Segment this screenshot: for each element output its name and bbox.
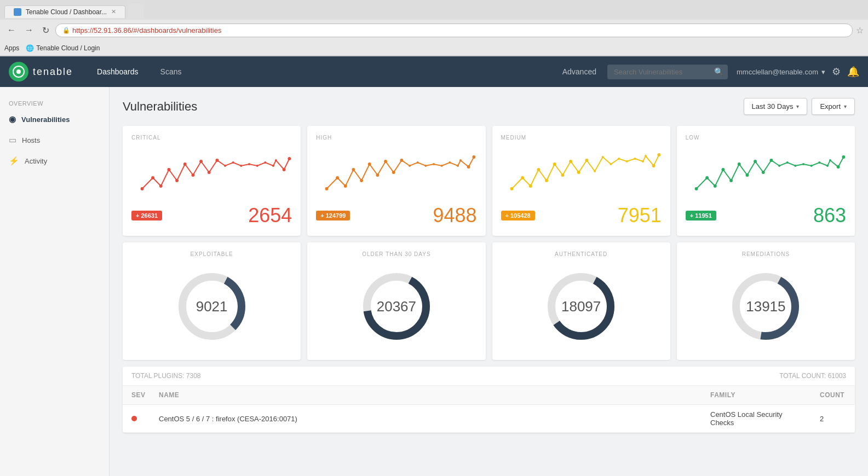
low-number: 863 xyxy=(813,204,846,227)
svg-point-45 xyxy=(537,168,540,171)
medium-label: MEDIUM xyxy=(501,135,662,141)
svg-point-28 xyxy=(376,173,380,177)
tab-bar: Tenable Cloud / Dashboar... ✕ xyxy=(0,0,868,20)
table-meta: TOTAL PLUGINS: 7308 TOTAL COUNT: 61003 xyxy=(123,367,855,386)
svg-point-32 xyxy=(409,165,411,167)
bookmark-star[interactable]: ☆ xyxy=(856,25,864,36)
svg-point-52 xyxy=(594,170,596,172)
svg-point-34 xyxy=(425,165,427,167)
medium-footer: + 105428 7951 xyxy=(501,204,662,227)
svg-point-60 xyxy=(652,164,655,167)
high-card: HIGH xyxy=(307,126,485,236)
tenable-login-link[interactable]: 🌐 Tenable Cloud / Login xyxy=(26,44,100,52)
export-btn[interactable]: Export ▾ xyxy=(812,98,855,115)
sidebar-item-vulnerabilities[interactable]: ◉ Vulnerabilities xyxy=(0,109,109,130)
svg-point-12 xyxy=(224,165,226,167)
svg-point-11 xyxy=(215,159,219,162)
svg-point-38 xyxy=(457,165,459,167)
low-badge: + 11951 xyxy=(686,211,716,220)
svg-point-8 xyxy=(191,173,194,177)
address-bar-row: ← → ↻ 🔒 https://52.91.36.86/#/dashboards… xyxy=(0,20,868,40)
critical-badge: + 26631 xyxy=(131,211,162,220)
exploitable-donut: 9021 xyxy=(174,268,250,345)
sidebar-item-hosts[interactable]: ▭ Hosts xyxy=(0,130,109,150)
total-plugins: TOTAL PLUGINS: 7308 xyxy=(131,372,201,380)
new-tab-btn[interactable] xyxy=(128,4,144,19)
high-footer: + 124799 9488 xyxy=(316,204,476,227)
critical-chart xyxy=(131,145,292,200)
reload-btn[interactable]: ↻ xyxy=(39,24,52,37)
nav-advanced[interactable]: Advanced xyxy=(551,56,607,87)
svg-point-53 xyxy=(601,156,603,158)
table-row[interactable]: CentOS 5 / 6 / 7 : firefox (CESA-2016:00… xyxy=(123,405,855,433)
remediations-donut: 13915 xyxy=(727,268,804,345)
username: mmcclellan@tenable.com xyxy=(737,68,818,76)
svg-point-41 xyxy=(473,155,476,159)
svg-point-68 xyxy=(745,173,749,177)
time-filter-label: Last 30 Days xyxy=(752,102,794,111)
svg-point-22 xyxy=(325,187,329,190)
search-input[interactable] xyxy=(607,65,728,79)
main-content: Vulnerabilities Last 30 Days ▾ Export ▾ … xyxy=(110,87,868,476)
search-icon: 🔍 xyxy=(714,67,723,76)
authenticated-number: 18097 xyxy=(561,298,601,315)
notifications-icon[interactable]: 🔔 xyxy=(847,66,859,78)
authenticated-donut: 18097 xyxy=(543,268,619,345)
svg-point-19 xyxy=(275,159,277,161)
user-caret: ▾ xyxy=(821,68,825,76)
logo-icon xyxy=(9,62,28,82)
older30-number: 20367 xyxy=(377,298,416,315)
export-caret: ▾ xyxy=(844,103,847,109)
svg-point-25 xyxy=(352,168,355,171)
low-card: LOW xyxy=(677,126,855,236)
sidebar-label-vulnerabilities: Vulnerabilities xyxy=(21,115,70,124)
app-navbar: tenable Dashboards Scans Advanced 🔍 mmcc… xyxy=(0,56,868,87)
low-label: LOW xyxy=(686,135,846,141)
user-menu[interactable]: mmcclellan@tenable.com ▾ xyxy=(737,68,825,76)
svg-point-58 xyxy=(642,160,644,162)
url-text: https://52.91.36.86/#/dashboards/vulnera… xyxy=(72,26,221,34)
remediations-card: REMEDIATIONS 13915 xyxy=(677,242,855,360)
exploitable-card: EXPLOITABLE 9021 xyxy=(123,242,301,360)
nav-scans[interactable]: Scans xyxy=(150,56,193,87)
browser-tab[interactable]: Tenable Cloud / Dashboar... ✕ xyxy=(4,5,125,18)
svg-point-27 xyxy=(368,162,371,166)
page-title: Vulnerabilities xyxy=(123,100,197,114)
tab-close[interactable]: ✕ xyxy=(111,8,116,15)
svg-point-65 xyxy=(721,168,725,171)
svg-point-23 xyxy=(336,176,339,179)
low-chart xyxy=(686,145,846,200)
svg-point-10 xyxy=(208,171,211,174)
high-chart xyxy=(316,145,476,200)
ssl-icon: 🔒 xyxy=(62,27,70,34)
svg-point-36 xyxy=(441,165,443,167)
tenable-favicon: 🌐 xyxy=(26,44,34,52)
svg-point-62 xyxy=(694,187,698,190)
svg-point-54 xyxy=(610,163,612,165)
export-label: Export xyxy=(820,102,841,111)
svg-point-66 xyxy=(729,179,733,182)
svg-point-64 xyxy=(714,184,717,188)
svg-point-3 xyxy=(151,176,154,179)
svg-point-46 xyxy=(545,179,548,182)
forward-btn[interactable]: → xyxy=(22,24,36,36)
app-logo[interactable]: tenable xyxy=(9,62,73,82)
svg-point-9 xyxy=(199,160,203,163)
low-footer: + 11951 863 xyxy=(686,204,846,227)
td-family: CentOS Local Security Checks xyxy=(702,405,811,432)
svg-point-5 xyxy=(167,168,170,171)
svg-point-21 xyxy=(288,157,291,160)
svg-point-47 xyxy=(553,162,556,166)
apps-link[interactable]: Apps xyxy=(4,44,19,52)
svg-point-56 xyxy=(625,160,628,162)
back-btn[interactable]: ← xyxy=(4,24,19,36)
remediations-number: 13915 xyxy=(746,298,785,315)
settings-icon[interactable]: ⚙ xyxy=(832,66,841,78)
nav-dashboards[interactable]: Dashboards xyxy=(86,56,150,87)
time-filter-btn[interactable]: Last 30 Days ▾ xyxy=(744,98,808,115)
address-bar[interactable]: 🔒 https://52.91.36.86/#/dashboards/vulne… xyxy=(55,24,853,37)
sidebar-item-activity[interactable]: ⚡ Activity xyxy=(0,150,109,171)
critical-number: 2654 xyxy=(248,204,292,227)
svg-point-37 xyxy=(449,161,451,164)
svg-point-2 xyxy=(141,187,144,190)
